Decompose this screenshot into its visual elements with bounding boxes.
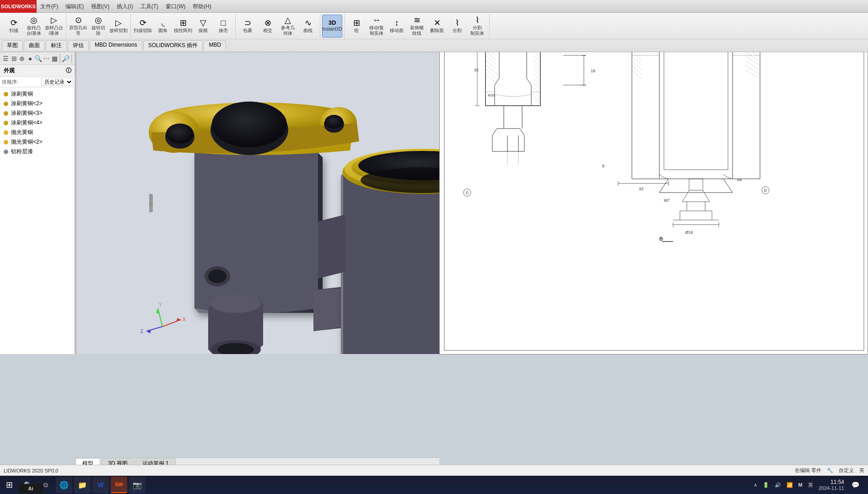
move-copy-icon: ↔ [372,16,381,24]
btn-curves[interactable]: ∿ 曲线 [298,15,318,38]
panel-tb-collapse[interactable]: 🔎 [62,54,70,64]
cosmetic-thread-icon: ≋ [414,16,421,24]
btn-swept-cut-label: 扫描切除 [134,28,152,33]
tab-mbd-dimensions[interactable]: MBD Dimensions [90,40,142,50]
toolbar-group-2: ⊙ 异型孔向导 ◎ 旋转切除 ▷ 放样切割 [66,14,131,38]
appearance-item-4[interactable]: 抛光黄铜 [0,128,75,137]
viewport[interactable]: X Y Z [75,52,439,354]
menu-tools[interactable]: 工具(T) [137,0,162,13]
appearance-item-6[interactable]: 铝粉层漆 [0,147,75,156]
tab-sketch[interactable]: 草图 [2,40,23,50]
panel-tb-list[interactable]: ☰ [2,54,10,64]
toolbar-row2: 草图 曲面 标注 评估 MBD Dimensions SOLIDWORKS 插件… [0,39,868,51]
btn-curves-label: 曲线 [303,28,313,33]
menu-edit[interactable]: 编辑(E) [62,0,87,13]
btn-linear-pattern[interactable]: ⊞ 线性阵列 [173,15,193,38]
btn-revolve-boss[interactable]: ◎ 旋转凸台/基体 [24,15,44,38]
panel-tb-target[interactable]: ⊕ [18,54,26,64]
tray-up-arrow[interactable]: ∧ [752,482,759,488]
svg-text:Z: Z [140,329,143,334]
filter-select[interactable]: 历史记录 名称 类型 [41,78,73,86]
btn-scan[interactable]: ⟳ 扫描 [4,15,24,38]
taskbar-app-explorer[interactable]: 📁 [74,477,91,493]
btn-cosmetic-thread[interactable]: ≋ 装饰螺纹线 [407,15,427,38]
menu-help[interactable]: 帮助(H) [189,0,215,13]
tray-battery[interactable]: 🔋 [761,482,771,488]
menu-view[interactable]: 视图(V) [87,0,113,13]
explorer-icon: 📁 [78,481,87,489]
btn-split[interactable]: ⌇ 分割 [447,15,467,38]
taskbar-app-6[interactable]: 📷 [129,477,146,493]
btn-group[interactable]: ⊞ 组 [346,15,367,38]
tab-sw-addins[interactable]: SOLIDWORKS 插件 [143,40,203,50]
taskbar-app-solidworks[interactable]: SW [111,477,127,493]
tray-notification[interactable]: 💬 [847,477,863,493]
tab-surface[interactable]: 曲面 [24,40,45,50]
menu-window[interactable]: 窗口(W) [162,0,189,13]
toolbar-area: ⟳ 扫描 ◎ 旋转凸台/基体 ▷ 放样凸台/基体 ⊙ 异型孔向导 ◎ 旋转切除 [0,13,868,52]
resize-handle[interactable]: ◁ [75,52,76,354]
btn-draft[interactable]: ▽ 拔模 [193,15,213,38]
tray-network[interactable]: 📶 [785,482,795,488]
linear-pattern-icon: ⊞ [180,19,187,27]
appearance-item-0[interactable]: 涂刷黄铜 [0,89,75,99]
left-panel: ☰ ⊞ ⊕ ● 🔍 ⋯ ▦ 🔎 外观 ⓘ 排顺序: 历史记录 名称 类型 涂刷黄… [0,52,75,354]
app6-icon: 📷 [133,481,142,489]
svg-rect-33 [440,0,868,354]
btn-fillet[interactable]: ◟ 圆角 [153,15,173,38]
btn-intersect[interactable]: ⊗ 相交 [258,15,278,38]
btn-split-bodies[interactable]: ⌇ 分割制实体 [467,15,487,38]
btn-move-face-label: 移动面 [390,28,404,33]
btn-reference-geo[interactable]: △ 参考几何体 [278,15,298,38]
language-text: 英 [859,467,864,474]
start-button[interactable]: ⊞ [0,476,18,494]
btn-delete-face-label: 删除面 [430,28,444,33]
btn-loft-cut[interactable]: ▷ 放样切割 [108,15,129,38]
menu-insert[interactable]: 插入(I) [113,0,136,13]
clock-time: 11:54 [819,479,844,485]
appearance-item-1[interactable]: 涂刷黄铜<2> [0,99,75,108]
appearance-item-2[interactable]: 涂刷黄铜<3> [0,108,75,118]
btn-hole-wizard[interactable]: ⊙ 异型孔向导 [68,15,88,38]
btn-loft-boss-label: 放样凸台/基体 [45,25,63,36]
revolve-boss-icon: ◎ [30,16,38,24]
tab-mbd[interactable]: MBD [204,40,226,50]
scan-icon: ⟳ [11,19,17,27]
panel-tb-search[interactable]: 🔍 [34,54,43,64]
sw-statusbar-right: 在编辑 零件 🔧 自定义 英 [791,467,868,474]
panel-tb-color[interactable]: ● [26,54,34,64]
filter-row: 排顺序: 历史记录 名称 类型 [0,77,75,87]
panel-tb-more-row1[interactable]: ⋯ [43,54,51,64]
appearance-item-5[interactable]: 抛光黄铜<2> [0,137,75,147]
panel-tb-small-icons[interactable]: ▦ [50,54,59,64]
btn-shell[interactable]: □ 抽壳 [213,15,233,38]
panel-info-icon[interactable]: ⓘ [66,67,71,75]
word-icon: W [97,481,103,489]
appearance-item-3[interactable]: 涂刷黄铜<4> [0,118,75,128]
btn-move-copy[interactable]: ↔ 移动/复制实体 [367,15,387,38]
btn-swept-cut[interactable]: ⟳ 扫描切除 [133,15,153,38]
dim-9: 9 [602,164,604,168]
collapse-handle[interactable]: ◁ [149,194,153,212]
tray-volume[interactable]: 🔊 [773,482,783,488]
appearance-label-0: 涂刷黄铜 [11,90,33,98]
btn-move-face[interactable]: ↕ 移动面 [387,15,407,38]
btn-wrap[interactable]: ⊃ 包裹 [237,15,258,38]
btn-instant3d[interactable]: 3D Instant3D [322,15,342,38]
move-face-icon: ↕ [395,19,399,27]
tray-ime-m[interactable]: M [797,482,804,488]
tray-language[interactable]: 英 [806,482,815,489]
panel-tb-grid[interactable]: ⊞ [10,54,18,64]
tab-evaluate[interactable]: 评估 [68,40,89,50]
btn-loft-boss[interactable]: ▷ 放样凸台/基体 [44,15,64,38]
btn-delete-face[interactable]: ✕ 删除面 [427,15,447,38]
clock[interactable]: 11:54 2024-11-11 [819,479,844,491]
ai-label[interactable]: Ai [18,484,43,493]
taskbar-app-edge[interactable]: 🌐 [56,477,72,493]
menu-file[interactable]: 文件(F) [37,0,62,13]
btn-revolve-cut[interactable]: ◎ 旋转切除 [88,15,108,38]
appearance-label-6: 铝粉层漆 [11,148,33,156]
tab-annotation[interactable]: 标注 [46,40,67,50]
toolbar-group-1: ⟳ 扫描 ◎ 旋转凸台/基体 ▷ 放样凸台/基体 [2,14,66,38]
taskbar-app-word[interactable]: W [92,477,109,493]
